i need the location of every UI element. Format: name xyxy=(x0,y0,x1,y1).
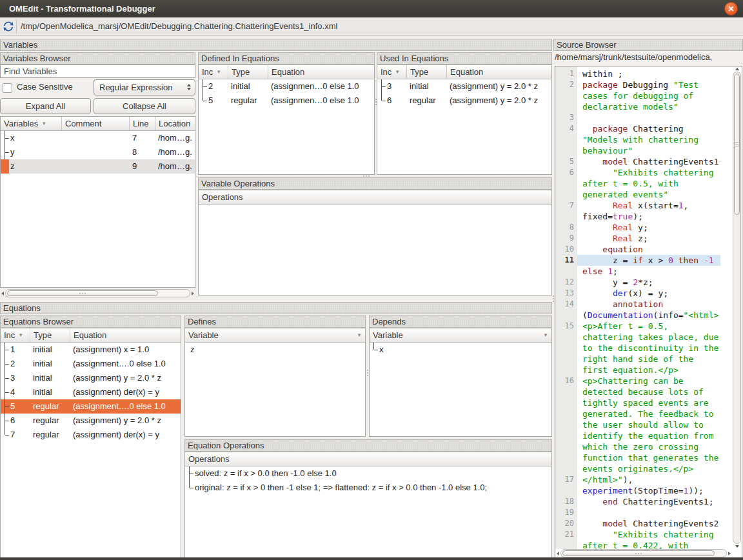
column-header[interactable]: Comment xyxy=(62,117,130,130)
variables-table-header: Variables▼ Comment Line Location xyxy=(1,117,195,131)
title-bar: OMEdit - Transformational Debugger ✕ xyxy=(0,0,743,17)
source-vertical-scrollbar[interactable] xyxy=(732,66,742,549)
table-row[interactable]: z9/hom…g. xyxy=(1,159,195,174)
table-row[interactable]: 2initial(assignment….0 else 1.0 xyxy=(1,357,181,371)
table-row[interactable]: 2initial(assignmen…0 else 1.0 xyxy=(199,79,374,94)
column-header[interactable]: Variable▼ xyxy=(185,328,365,342)
table-row[interactable]: 3initial(assignment) y = 2.0 * z xyxy=(1,371,181,385)
source-horizontal-scrollbar[interactable] xyxy=(555,548,732,558)
variables-browser-header: Variables Browser xyxy=(0,52,195,65)
case-sensitive-label: Case Sensitive xyxy=(17,82,73,92)
source-code-view[interactable]: 1within ;2package Debugging "Test cases … xyxy=(555,66,742,559)
operation-row[interactable]: original: z = if x > 0 then -1 else 1; =… xyxy=(185,481,551,495)
info-xml-path: /tmp/OpenModelica_marsj/OMEdit/Debugging… xyxy=(21,21,337,31)
column-header[interactable]: Inc▼ xyxy=(1,328,30,342)
search-mode-combo[interactable]: Regular Expression xyxy=(94,79,195,95)
column-header[interactable]: Equation xyxy=(268,65,374,79)
line-number: 8 xyxy=(555,222,577,233)
splitter-handle[interactable] xyxy=(552,294,554,304)
variable-operations-header: Variable Operations xyxy=(198,177,552,190)
line-number: 10 xyxy=(555,244,577,255)
column-header[interactable]: Inc▼ xyxy=(377,65,407,79)
variables-horizontal-scrollbar[interactable] xyxy=(0,288,195,298)
line-number: 1 xyxy=(555,68,577,79)
source-line: 18 end ChatteringEvents1; xyxy=(555,496,732,507)
column-header[interactable]: Operations xyxy=(185,452,551,466)
source-line: 6 "Exhibits chattering after t = 0.5, wi… xyxy=(555,167,732,200)
column-header[interactable]: Equation xyxy=(70,328,181,342)
variable-operations-table: Operations xyxy=(198,190,552,295)
line-number: 21 xyxy=(555,529,577,549)
source-code-lines: 1within ;2package Debugging "Test cases … xyxy=(555,66,732,549)
selected-row-marker xyxy=(1,159,9,174)
refresh-icon[interactable] xyxy=(1,19,16,34)
table-row[interactable]: 5regular(assignmen…0 else 1.0 xyxy=(199,94,374,108)
find-variables-input[interactable] xyxy=(0,65,195,78)
source-line: 12 y = 2*z; xyxy=(555,277,732,288)
source-line: 8 Real y; xyxy=(555,222,732,233)
source-line: 1within ; xyxy=(555,68,732,79)
column-header[interactable]: Equation xyxy=(447,65,551,79)
splitter-handle[interactable] xyxy=(361,175,372,177)
line-number: 5 xyxy=(555,156,577,167)
source-line: 20 model ChatteringEvents2 xyxy=(555,518,732,529)
sort-desc-icon: ▼ xyxy=(18,328,23,342)
table-row[interactable]: 6regular(assignment) y = 2.0 * z xyxy=(1,414,181,428)
column-header[interactable]: Line xyxy=(130,117,155,130)
source-file-path: /home/marsj/trunk/testsuite/openmodelica… xyxy=(555,52,742,63)
sort-desc-icon: ▼ xyxy=(395,65,400,79)
table-row[interactable]: y8/hom…g. xyxy=(1,145,195,159)
case-sensitive-checkbox[interactable] xyxy=(3,83,12,93)
line-number: 15 xyxy=(555,321,577,375)
column-header[interactable]: Variables▼ xyxy=(1,117,62,130)
column-header[interactable]: Variable▼ xyxy=(370,328,551,342)
source-line: 19 xyxy=(555,507,732,518)
line-number: 18 xyxy=(555,496,577,507)
line-number: 14 xyxy=(555,299,577,321)
table-row[interactable]: 3initial(assignment) y = 2.0 * z xyxy=(377,79,551,94)
source-line: 2package Debugging "Test cases for debug… xyxy=(555,79,732,112)
source-line: 15<p>After t = 0.5, chattering takes pla… xyxy=(555,321,732,375)
table-row[interactable]: 6regular(assignment) y = 2.0 * z xyxy=(377,94,551,108)
path-toolbar: /tmp/OpenModelica_marsj/OMEdit/Debugging… xyxy=(0,17,743,35)
expand-all-button[interactable]: Expand All xyxy=(0,98,91,114)
source-line: 7 Real x(start=1, fixed=true); xyxy=(555,200,732,222)
table-row[interactable]: 7regular(assignment) der(x) = y xyxy=(1,428,181,442)
splitter-handle[interactable] xyxy=(366,368,368,378)
line-number: 7 xyxy=(555,200,577,222)
close-icon: ✕ xyxy=(728,5,734,13)
table-row[interactable]: 1initial(assignment) x = 1.0 xyxy=(1,343,181,357)
table-row[interactable]: x7/hom…g. xyxy=(1,131,195,145)
line-number: 9 xyxy=(555,233,577,244)
table-row[interactable]: x xyxy=(370,343,551,357)
line-number: 12 xyxy=(555,277,577,288)
source-line: 17</html>"), experiment(StopTime=1)); xyxy=(555,474,732,496)
table-row[interactable]: 4initial(assignment) der(x) = y xyxy=(1,385,181,399)
column-header[interactable]: Type xyxy=(228,65,268,79)
collapse-all-button[interactable]: Collapse All xyxy=(94,98,195,114)
source-line: 13 der(x) = y; xyxy=(555,288,732,299)
equation-operations-header: Equation Operations xyxy=(184,439,552,452)
column-header[interactable]: Type xyxy=(407,65,447,79)
source-line: 21 "Exhibits chattering after t = 0.422,… xyxy=(555,529,732,549)
table-row[interactable]: 5regular(assignment….0 else 1.0 xyxy=(1,399,181,414)
sort-desc-icon: ▼ xyxy=(543,328,548,342)
operation-row[interactable]: solved: z = if x > 0.0 then -1.0 else 1.… xyxy=(185,466,551,481)
window-title: OMEdit - Transformational Debugger xyxy=(9,4,155,14)
line-number: 20 xyxy=(555,518,577,529)
variables-group-header: Variables xyxy=(0,39,552,51)
column-header[interactable]: Operations xyxy=(199,190,551,204)
sort-desc-icon: ▼ xyxy=(41,117,46,130)
defines-table: Variable▼ z xyxy=(184,328,366,437)
line-number: 11 xyxy=(555,255,577,266)
column-header[interactable]: Type xyxy=(30,328,70,342)
line-number: 13 xyxy=(555,288,577,299)
depends-header: Depends xyxy=(369,315,552,328)
line-number: 2 xyxy=(555,79,577,112)
close-button[interactable]: ✕ xyxy=(724,2,738,15)
splitter-handle[interactable] xyxy=(375,97,377,107)
table-row[interactable]: z xyxy=(185,343,365,357)
column-header[interactable]: Inc▼ xyxy=(199,65,228,79)
defines-header: Defines xyxy=(184,315,366,328)
column-header[interactable]: Location xyxy=(155,117,195,130)
